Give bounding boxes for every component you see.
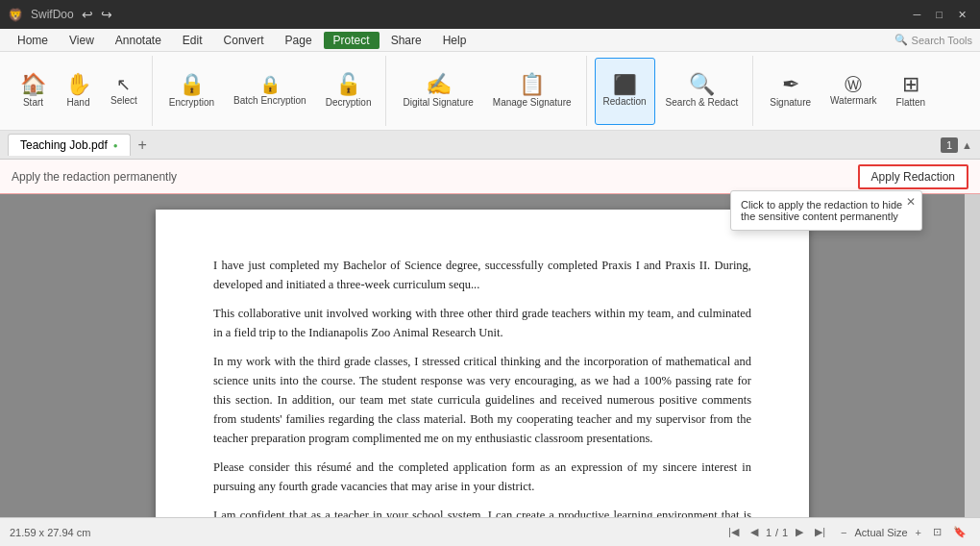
total-pages: 1	[782, 527, 788, 538]
add-tab-btn[interactable]: +	[133, 136, 153, 154]
zoom-in-btn[interactable]: +	[912, 525, 925, 540]
pdf-para-2: This collaborative unit involved working…	[213, 304, 751, 342]
tooltip-close-btn[interactable]: ✕	[906, 195, 916, 209]
pdf-viewer[interactable]: I have just completed my Bachelor of Sci…	[0, 194, 965, 517]
tab-bar: Teaching Job.pdf ● + 1 ▲	[0, 131, 980, 160]
pdf-para-3: In my work with the third grade classes,…	[213, 352, 751, 448]
start-icon: 🏠	[20, 74, 46, 95]
apply-redaction-button[interactable]: Apply Redaction	[858, 164, 968, 189]
search-redact-label: Search & Redact	[666, 97, 739, 109]
flatten-btn[interactable]: ⊞ Flatten	[888, 58, 935, 125]
redo-btn[interactable]: ↪	[101, 7, 112, 22]
manage-signature-icon: 📋	[519, 74, 545, 95]
other-group: ✒ Signature Ⓦ Watermark ⊞ Flatten	[755, 56, 940, 126]
undo-btn[interactable]: ↩	[82, 7, 93, 22]
redaction-btn[interactable]: ⬛ Redaction	[595, 58, 655, 125]
digital-signature-btn[interactable]: ✍ Digital Signature	[394, 58, 481, 125]
manage-signature-btn[interactable]: 📋 Manage Signature	[484, 58, 580, 125]
hand-icon: ✋	[65, 74, 91, 95]
manage-signature-label: Manage Signature	[493, 97, 572, 109]
title-bar-left: 🦁 SwifDoo ↩ ↪	[8, 7, 112, 22]
digital-signature-label: Digital Signature	[403, 97, 473, 109]
signature-btn[interactable]: ✒ Signature	[761, 58, 820, 125]
menu-view[interactable]: View	[60, 32, 104, 49]
pdf-tab[interactable]: Teaching Job.pdf ●	[8, 134, 131, 156]
batch-encryption-icon: 🔒	[259, 76, 281, 93]
watermark-btn[interactable]: Ⓦ Watermark	[821, 58, 886, 125]
encryption-label: Encryption	[169, 97, 214, 109]
security-group: 🔒 Encryption 🔒 Batch Encryption 🔓 Decryp…	[155, 56, 387, 126]
last-page-btn[interactable]: ▶|	[811, 524, 829, 540]
start-label: Start	[23, 97, 43, 109]
batch-encryption-label: Batch Encryption	[233, 95, 306, 107]
pdf-para-1: I have just completed my Bachelor of Sci…	[213, 256, 751, 294]
tab-bar-right: 1 ▲	[941, 137, 972, 153]
main-area: I have just completed my Bachelor of Sci…	[0, 194, 980, 517]
redaction-icon: ⬛	[613, 75, 637, 94]
minimize-btn[interactable]: ─	[908, 7, 927, 23]
zoom-out-btn[interactable]: −	[837, 525, 850, 540]
bookmark-btn[interactable]: 🔖	[949, 524, 970, 540]
menu-convert[interactable]: Convert	[214, 32, 274, 49]
pdf-para-5: I am confident that as a teacher in your…	[213, 506, 751, 517]
menu-page[interactable]: Page	[276, 32, 322, 49]
select-btn[interactable]: ↖ Select	[102, 58, 146, 125]
collapse-btn[interactable]: ▲	[962, 139, 972, 151]
menu-home[interactable]: Home	[8, 32, 58, 49]
page-separator: /	[775, 527, 778, 538]
pdf-page: I have just completed my Bachelor of Sci…	[156, 210, 809, 517]
watermark-label: Watermark	[830, 95, 877, 107]
menu-annotate[interactable]: Annotate	[106, 32, 171, 49]
hand-btn[interactable]: ✋ Hand	[57, 58, 100, 125]
menu-protect[interactable]: Protect	[324, 32, 380, 49]
page-navigation: |◀ ◀ 1 / 1 ▶ ▶|	[724, 524, 829, 540]
scrollbar-right[interactable]	[965, 194, 980, 517]
redaction-bar-message: Apply the redaction permanently	[12, 170, 850, 184]
search-redact-icon: 🔍	[689, 74, 715, 95]
window-controls: ─ □ ✕	[908, 7, 972, 23]
app-title: SwifDoo	[31, 8, 74, 21]
prev-page-btn[interactable]: ◀	[747, 524, 762, 540]
zoom-label: Actual Size	[855, 527, 908, 538]
page-count-badge: 1	[941, 137, 958, 153]
tab-modified-dot: ●	[113, 141, 118, 150]
search-tools[interactable]: 🔍 Search Tools	[894, 34, 972, 46]
watermark-icon: Ⓦ	[845, 76, 862, 93]
current-page: 1	[766, 527, 772, 538]
first-page-btn[interactable]: |◀	[724, 524, 743, 540]
menu-share[interactable]: Share	[381, 32, 431, 49]
menu-help[interactable]: Help	[433, 32, 477, 49]
signature-label: Signature	[770, 97, 811, 109]
status-bar: 21.59 x 27.94 cm |◀ ◀ 1 / 1 ▶ ▶| − Actua…	[0, 517, 980, 546]
next-page-btn[interactable]: ▶	[792, 524, 807, 540]
menu-edit[interactable]: Edit	[173, 32, 212, 49]
batch-encryption-btn[interactable]: 🔒 Batch Encryption	[225, 58, 315, 125]
menu-bar: Home View Annotate Edit Convert Page Pro…	[0, 29, 980, 52]
signature-icon: ✒	[782, 74, 799, 95]
toolbar: 🏠 Start ✋ Hand ↖ Select 🔒 Encryption 🔒 B…	[0, 52, 980, 131]
zoom-section: − Actual Size + ⊡ 🔖	[837, 524, 970, 540]
start-group: 🏠 Start ✋ Hand ↖ Select	[6, 56, 153, 126]
pdf-para-4: Please consider this résumé and the comp…	[213, 458, 751, 496]
tooltip-text: Click to apply the redaction to hide the…	[741, 199, 902, 222]
flatten-icon: ⊞	[902, 74, 919, 95]
flatten-label: Flatten	[896, 97, 926, 109]
redaction-bar: Apply the redaction permanently Apply Re…	[0, 160, 980, 194]
decryption-icon: 🔓	[335, 74, 361, 95]
redaction-group: ⬛ Redaction 🔍 Search & Redact	[589, 56, 754, 126]
title-bar: 🦁 SwifDoo ↩ ↪ ─ □ ✕	[0, 0, 980, 29]
maximize-btn[interactable]: □	[930, 7, 948, 23]
search-redact-btn[interactable]: 🔍 Search & Redact	[657, 58, 747, 125]
fit-page-btn[interactable]: ⊡	[929, 524, 945, 540]
start-btn[interactable]: 🏠 Start	[12, 58, 55, 125]
encryption-btn[interactable]: 🔒 Encryption	[160, 58, 223, 125]
decryption-btn[interactable]: 🔓 Decryption	[317, 58, 380, 125]
select-icon: ↖	[116, 76, 131, 93]
select-label: Select	[110, 95, 137, 107]
signature-group: ✍ Digital Signature 📋 Manage Signature	[388, 56, 586, 126]
decryption-label: Decryption	[326, 97, 372, 109]
close-btn[interactable]: ✕	[952, 7, 972, 23]
page-dimensions: 21.59 x 27.94 cm	[10, 527, 90, 538]
tab-label: Teaching Job.pdf	[20, 138, 108, 152]
redaction-tooltip: ✕ Click to apply the redaction to hide t…	[730, 190, 922, 231]
